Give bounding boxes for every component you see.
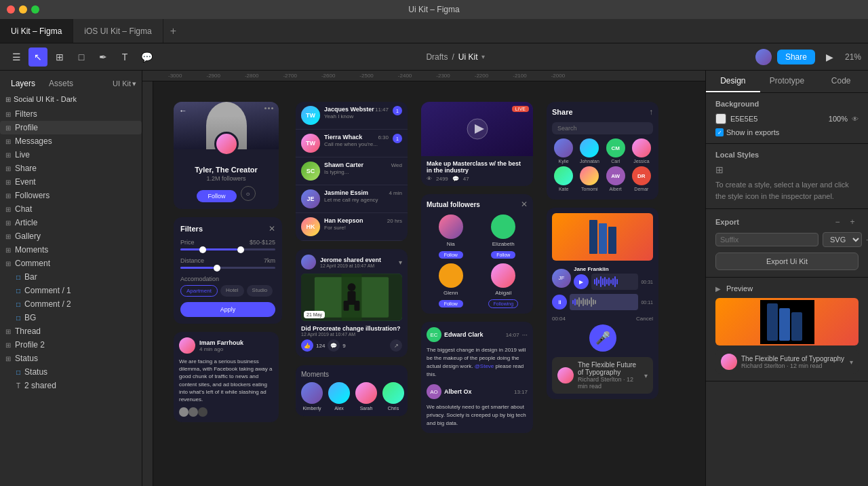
tab-ui-kit-sidebar[interactable]: UI Kit ▾	[113, 79, 136, 88]
cancel-recording-button[interactable]: Cancel	[636, 316, 653, 322]
comment-tool[interactable]: 💬	[137, 48, 156, 67]
pen-tool[interactable]: ✒	[94, 48, 113, 67]
sidebar-item-event[interactable]: ⊞ Event	[0, 175, 142, 189]
sidebar-item-followers[interactable]: ⊞ Followers	[0, 189, 142, 202]
chat-item-2[interactable]: TW Tierra Whack 6:30 Call me when you're…	[296, 130, 408, 157]
canvas-scroll[interactable]: ← Tyler, The Creator 1.2M followers Foll…	[153, 81, 705, 486]
moment-alex[interactable]: Alex	[328, 382, 350, 411]
mic-button[interactable]: 🎤	[589, 324, 616, 352]
tab-layers[interactable]: Layers	[5, 76, 41, 91]
sidebar-item-moments[interactable]: ⊞ Moments	[0, 243, 142, 257]
export-minus-button[interactable]: −	[831, 216, 844, 228]
chip-apartment[interactable]: Apartment	[180, 285, 218, 297]
sidebar-item-profile2[interactable]: ⊞ Profile 2	[0, 338, 142, 352]
share-user-tomomi[interactable]: Tomomi	[578, 166, 601, 191]
drafts-link[interactable]: Drafts	[426, 52, 448, 62]
sidebar-item-status[interactable]: ⊞ Status	[0, 352, 142, 365]
show-exports-checkbox[interactable]: ✓	[715, 128, 724, 136]
distance-slider[interactable]	[180, 267, 275, 269]
new-tab-button[interactable]: +	[163, 25, 183, 37]
close-button[interactable]	[7, 5, 15, 14]
chat-item-1[interactable]: TW Jacques Webster 11:47 Yeah I know 1	[296, 102, 408, 130]
share-user-jessica[interactable]: Jessica	[630, 138, 653, 164]
followers-close-button[interactable]: ✕	[521, 200, 528, 209]
share-search-input[interactable]	[552, 122, 653, 134]
sidebar-item-bar[interactable]: □ Bar	[0, 270, 142, 284]
chat-item-3[interactable]: SC Shawn Carter Wed Is typing...	[296, 157, 408, 185]
tab-ui-kit[interactable]: Ui Kit – Figma	[0, 19, 73, 43]
moment-kimberly[interactable]: Kimberly	[301, 382, 323, 411]
audio-play-button[interactable]: ▶	[574, 274, 589, 289]
visibility-icon[interactable]: 👁	[852, 115, 859, 123]
following-abigail-button[interactable]: Following	[488, 299, 518, 308]
shape-tool[interactable]: □	[72, 48, 91, 67]
preview-article-expand[interactable]: ▾	[850, 358, 853, 366]
profile-options-button[interactable]	[264, 107, 273, 109]
message-options[interactable]: ···	[522, 331, 528, 339]
follow-button[interactable]: Follow	[197, 190, 236, 202]
sidebar-item-chat[interactable]: ⊞ Chat	[0, 202, 142, 216]
event-comment-button[interactable]: 💬	[328, 339, 340, 352]
sidebar-item-status-sub[interactable]: □ Status	[0, 365, 142, 379]
share-user-kylie[interactable]: Kylie	[552, 138, 575, 164]
apply-button[interactable]: Apply	[180, 302, 275, 317]
share-user-johnatan[interactable]: Johnatan	[578, 138, 601, 164]
menu-icon[interactable]: ☰	[7, 48, 26, 67]
fullscreen-button[interactable]	[31, 5, 39, 14]
text-tool[interactable]: T	[115, 48, 134, 67]
sidebar-item-messages[interactable]: ⊞ Messages	[0, 134, 142, 148]
event-share-button[interactable]: ↗	[390, 339, 402, 352]
sidebar-item-comment[interactable]: ⊞ Comment	[0, 257, 142, 270]
preview-expand-icon[interactable]: ▾	[644, 372, 648, 379]
filters-close-button[interactable]: ✕	[269, 224, 275, 233]
sidebar-item-article[interactable]: ⊞ Article	[0, 216, 142, 229]
event-expand-button[interactable]: ▾	[399, 259, 402, 266]
file-name[interactable]: Ui Kit	[458, 52, 478, 62]
sidebar-item-comment1[interactable]: □ Comment / 1	[0, 284, 142, 297]
suffix-input[interactable]	[715, 233, 818, 246]
sidebar-item-comment2[interactable]: □ Comment / 2	[0, 297, 142, 311]
follow-nia-button[interactable]: Follow	[439, 251, 463, 259]
share-button[interactable]: Share	[777, 50, 815, 64]
tab-code[interactable]: Code	[814, 71, 868, 92]
frame-tool[interactable]: ⊞	[50, 48, 69, 67]
zoom-level[interactable]: 21%	[845, 52, 861, 62]
sidebar-item-thread[interactable]: ⊞ Thread	[0, 324, 142, 338]
chat-item-5[interactable]: HK Han Keepson 20 hrs For sure!	[296, 213, 408, 241]
sidebar-item-bg[interactable]: □ BG	[0, 311, 142, 324]
sidebar-item-share[interactable]: ⊞ Share	[0, 162, 142, 175]
select-tool[interactable]: ↖	[28, 48, 47, 67]
export-plus-button[interactable]: +	[846, 216, 859, 228]
chat-item-4[interactable]: JE Jasmine Essim 4 min Let me call my ag…	[296, 185, 408, 213]
sidebar-item-gallery[interactable]: ⊞ Gallery	[0, 229, 142, 243]
style-grid-icon[interactable]: ⊞	[715, 164, 724, 175]
follow-elizabeth-button[interactable]: Follow	[491, 251, 515, 259]
share-user-demar[interactable]: DR Demar	[630, 166, 653, 191]
minimize-button[interactable]	[19, 5, 27, 14]
message-button[interactable]: ○	[241, 186, 256, 201]
sidebar-item-filters[interactable]: ⊞ Filters	[0, 107, 142, 121]
preview-toggle[interactable]: ▶ Preview	[715, 284, 859, 293]
audio-pause-button[interactable]: ⏸	[552, 295, 567, 310]
moment-sarah[interactable]: Sarah	[355, 382, 377, 411]
export-button[interactable]: Export Ui Kit	[715, 253, 859, 270]
chip-hotel[interactable]: Hotel	[220, 285, 244, 297]
price-slider[interactable]	[180, 248, 275, 250]
chip-studio[interactable]: Studio	[247, 285, 273, 297]
tab-assets[interactable]: Assets	[43, 76, 79, 91]
share-user-kate[interactable]: Kate	[552, 166, 575, 191]
tab-prototype[interactable]: Prototype	[760, 71, 814, 92]
sidebar-item-profile[interactable]: ⊞ Profile	[0, 121, 142, 134]
share-icon[interactable]: ↑	[649, 107, 653, 117]
tab-ios-ui-kit[interactable]: iOS UI Kit – Figma	[73, 19, 163, 43]
sidebar-item-shared[interactable]: T 2 shared	[0, 379, 142, 392]
play-button[interactable]: ▶	[821, 48, 840, 67]
sidebar-item-live[interactable]: ⊞ Live	[0, 148, 142, 162]
share-user-albert[interactable]: AW Albert	[604, 166, 627, 191]
format-select[interactable]: SVG PNG JPG PDF	[823, 232, 862, 247]
tab-design[interactable]: Design	[706, 71, 760, 92]
follow-glenn-button[interactable]: Follow	[439, 300, 463, 307]
profile-back-button[interactable]: ←	[179, 106, 187, 115]
background-row[interactable]: E5E5E5 100% 👁	[715, 113, 859, 124]
event-like-button[interactable]: 👍	[301, 339, 313, 352]
